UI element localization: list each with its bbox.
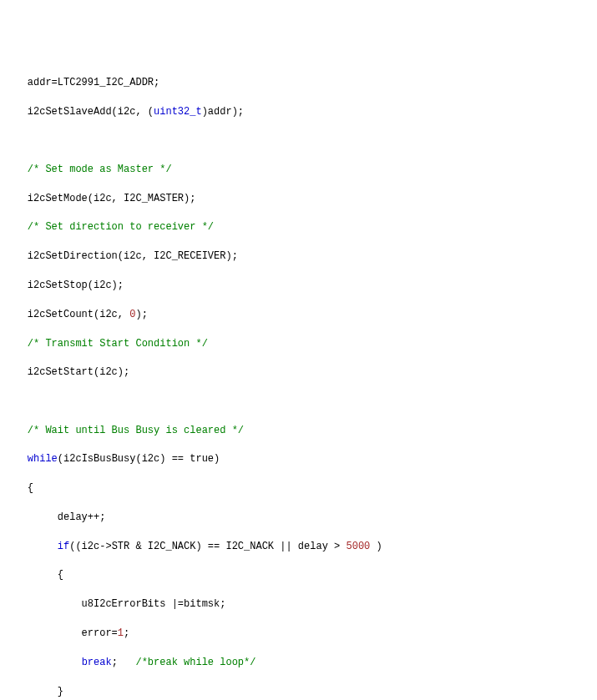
code-line: u8I2cErrorBits |=bitmsk; xyxy=(3,597,594,612)
code-line: i2cSetStart(i2c); xyxy=(3,365,594,380)
code-line xyxy=(3,395,594,409)
code-line: { xyxy=(3,568,594,582)
code-line: error=1; xyxy=(3,627,594,641)
code-line: /* Wait until Bus Busy is cleared */ xyxy=(3,424,594,438)
code-editor[interactable]: addr=LTC2991_I2C_ADDR; i2cSetSlaveAdd(i2… xyxy=(0,58,594,700)
code-line: i2cSetDirection(i2c, I2C_RECEIVER); xyxy=(3,249,594,264)
code-line: break; /*break while loop*/ xyxy=(3,656,594,670)
code-line: if((i2c->STR & I2C_NACK) == I2C_NACK || … xyxy=(3,540,594,554)
code-line: { xyxy=(3,481,594,496)
code-line: i2cSetStop(i2c); xyxy=(3,279,594,293)
code-line: /* Set direction to receiver */ xyxy=(3,220,594,234)
code-line: i2cSetMode(i2c, I2C_MASTER); xyxy=(3,192,594,206)
code-line: } xyxy=(3,685,594,699)
code-line: i2cSetCount(i2c, 0); xyxy=(3,308,594,322)
code-line: /* Transmit Start Condition */ xyxy=(3,337,594,351)
code-line: i2cSetSlaveAdd(i2c, (uint32_t)addr); xyxy=(3,105,594,119)
code-line: addr=LTC2991_I2C_ADDR; xyxy=(3,76,594,90)
code-line xyxy=(3,134,594,149)
code-line: delay++; xyxy=(3,511,594,525)
code-line: /* Set mode as Master */ xyxy=(3,163,594,177)
code-line: while(i2cIsBusBusy(i2c) == true) xyxy=(3,452,594,466)
